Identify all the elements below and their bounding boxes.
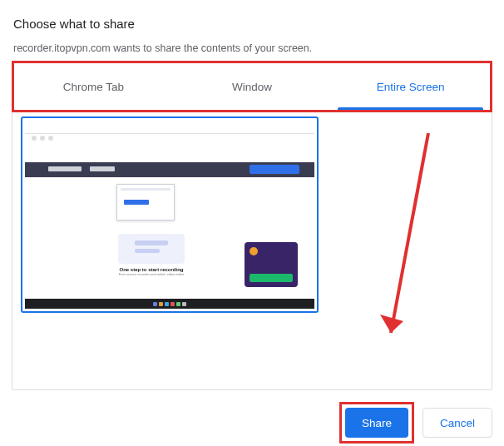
dialog-footer: Share Cancel xyxy=(12,402,492,444)
preview-promo-card xyxy=(245,242,298,287)
tab-chrome-tab[interactable]: Chrome Tab xyxy=(14,63,173,110)
dialog-title: Choose what to share xyxy=(13,17,492,31)
svg-marker-1 xyxy=(380,315,403,333)
svg-line-0 xyxy=(391,133,428,333)
share-button[interactable]: Share xyxy=(345,408,408,438)
screen-preview: One step to start recording Free screen … xyxy=(25,121,314,309)
share-tabs: Chrome Tab Window Entire Screen xyxy=(14,63,490,110)
preview-taskbar xyxy=(25,299,314,309)
tab-window[interactable]: Window xyxy=(173,63,332,110)
screen-thumbnail-selected[interactable]: One step to start recording Free screen … xyxy=(21,116,319,313)
cancel-button[interactable]: Cancel xyxy=(422,408,492,438)
tab-entire-screen[interactable]: Entire Screen xyxy=(331,63,490,110)
preview-hero-sub: Free screen recorder and online video ed… xyxy=(101,272,201,276)
preview-mini-window xyxy=(116,184,175,221)
source-picker-panel: One step to start recording Free screen … xyxy=(12,107,492,390)
annotation-share-highlight: Share xyxy=(339,402,414,444)
dialog-subtitle: recorder.itopvpn.com wants to share the … xyxy=(13,42,492,54)
annotation-arrow-icon xyxy=(378,125,445,358)
annotation-tabbar-highlight: Chrome Tab Window Entire Screen xyxy=(12,61,492,112)
preview-nav-band xyxy=(25,162,314,177)
preview-hero: One step to start recording Free screen … xyxy=(101,234,201,276)
